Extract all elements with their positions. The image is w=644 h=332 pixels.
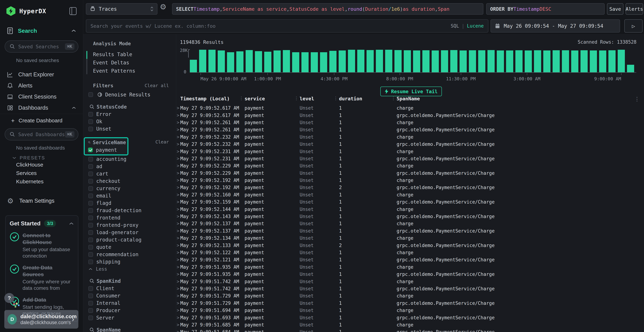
checkbox[interactable]	[88, 186, 93, 191]
column-options-icon[interactable]: ⋮	[634, 96, 640, 102]
table-row[interactable]: >May 27 9:09:51.685 AMpaymentUnset1charg…	[176, 321, 644, 328]
filter-option-payment[interactable]: payment	[88, 146, 126, 154]
row-expand-icon[interactable]: >	[176, 272, 180, 277]
clear-all-button[interactable]: Clear all	[145, 83, 169, 88]
analysis-mode-results-table[interactable]: Results Table	[93, 50, 169, 58]
row-expand-icon[interactable]: >	[176, 279, 180, 284]
lucene-toggle[interactable]: Lucene	[467, 23, 484, 28]
checkbox[interactable]	[88, 308, 93, 313]
get-started-step[interactable]: Create Data SourcesConfigure where your …	[10, 264, 74, 292]
sql-toggle[interactable]: SQL	[450, 23, 459, 28]
user-menu[interactable]: D dale@clickhouse.com dale@clickhouse.co…	[4, 310, 78, 328]
filter-option-product-catalog[interactable]: product-catalog	[88, 236, 169, 244]
row-expand-icon[interactable]: >	[176, 214, 180, 219]
checkbox[interactable]	[88, 127, 93, 131]
row-expand-icon[interactable]: >	[176, 178, 180, 183]
row-expand-icon[interactable]: >	[176, 113, 180, 118]
table-row[interactable]: >May 27 9:09:52.159 AMpaymentUnset1grpc.…	[176, 198, 644, 206]
presets-toggle[interactable]: PRESETS	[0, 155, 83, 160]
alerts-button[interactable]: Alerts	[626, 3, 643, 15]
get-started-step[interactable]: Connect to ClickHouseSet up your databas…	[10, 232, 74, 259]
events-histogram[interactable]: 28K 0 May 26 9:00:00 AM1:00:00 PM4:30:00…	[190, 49, 636, 72]
row-expand-icon[interactable]: >	[176, 156, 180, 161]
row-expand-icon[interactable]: >	[176, 315, 180, 320]
table-row[interactable]: >May 27 9:09:52.137 AMpaymentUnset1grpc.…	[176, 227, 644, 234]
sidebar-item-services[interactable]: Services	[0, 169, 83, 177]
checkbox[interactable]	[88, 286, 93, 291]
table-row[interactable]: >May 27 9:09:52.144 AMpaymentUnset1charg…	[176, 206, 644, 213]
sidebar-item-clickhouse[interactable]: ClickHouse	[0, 160, 83, 169]
filter-group-header[interactable]: ServiceName	[88, 139, 126, 146]
table-row[interactable]: >May 27 9:09:52.232 AMpaymentUnset1grpc.…	[176, 140, 644, 148]
analysis-mode-event-deltas[interactable]: Event Deltas	[93, 58, 169, 67]
table-row[interactable]: >May 27 9:09:52.232 AMpaymentUnset1charg…	[176, 134, 644, 140]
filter-group-header[interactable]: SpanKind	[90, 277, 169, 285]
filter-option-frontend[interactable]: frontend	[88, 214, 169, 222]
checkbox[interactable]	[88, 245, 93, 250]
row-expand-icon[interactable]: >	[176, 308, 180, 313]
row-expand-icon[interactable]: >	[176, 221, 180, 226]
filter-option-error[interactable]: Error	[88, 110, 169, 118]
sql-select-input[interactable]: SELECT Timestamp, ServiceName as service…	[172, 3, 483, 15]
filter-option-currency[interactable]: currency	[88, 185, 169, 192]
row-expand-icon[interactable]: >	[176, 330, 180, 332]
chevron-up-icon[interactable]	[71, 29, 76, 32]
column-drag-handle[interactable]: ⋮	[294, 96, 299, 101]
table-row[interactable]: >May 27 9:09:52.192 AMpaymentUnset1charg…	[176, 177, 644, 184]
filter-option-recommendation[interactable]: recommendation	[88, 251, 169, 258]
checkbox[interactable]	[88, 223, 93, 228]
checkbox[interactable]	[88, 112, 93, 117]
table-row[interactable]: >May 27 9:09:52.133 AMpaymentUnset2grpc.…	[176, 242, 644, 249]
checkbox[interactable]	[88, 157, 93, 162]
gear-icon[interactable]: ⚙	[160, 2, 166, 11]
column-drag-handle[interactable]: ⋮	[239, 96, 244, 101]
help-button[interactable]: ?	[4, 293, 14, 303]
create-dashboard-button[interactable]: + Create Dashboard	[0, 114, 83, 127]
sql-orderby-input[interactable]: ORDER BY Timestamp DESC	[486, 3, 605, 15]
analysis-mode-event-patterns[interactable]: Event Patterns	[93, 67, 169, 75]
filter-option-email[interactable]: email	[88, 192, 169, 200]
row-expand-icon[interactable]: >	[176, 127, 180, 132]
get-started-header[interactable]: Get Started 3/3	[10, 220, 74, 227]
sidebar-item-kubernetes[interactable]: Kubernetes	[0, 177, 83, 186]
column-header-level[interactable]: level	[300, 96, 314, 102]
row-expand-icon[interactable]: >	[176, 264, 180, 270]
column-header-duration[interactable]: duration	[339, 96, 362, 102]
row-expand-icon[interactable]: >	[176, 200, 180, 204]
checkbox[interactable]	[88, 201, 93, 206]
checkbox[interactable]	[88, 164, 93, 169]
row-expand-icon[interactable]: >	[176, 286, 180, 291]
column-drag-handle[interactable]: ⋮	[391, 96, 396, 101]
source-select[interactable]: Traces	[86, 3, 158, 15]
row-expand-icon[interactable]: >	[176, 134, 180, 140]
row-expand-icon[interactable]: >	[176, 243, 180, 248]
denoise-results-toggle[interactable]: Denoise Results	[88, 91, 169, 98]
table-row[interactable]: >May 27 9:09:52.617 AMpaymentUnset1grpc.…	[176, 112, 644, 119]
saved-searches-input[interactable]	[18, 44, 65, 49]
saved-dashboards-search[interactable]: ⌘K	[5, 128, 78, 140]
filter-option-ok[interactable]: Ok	[88, 118, 169, 125]
table-row[interactable]: >May 27 9:09:52.231 AMpaymentUnset1grpc.…	[176, 155, 644, 162]
checkbox[interactable]	[88, 260, 93, 264]
filter-option-client[interactable]: Client	[88, 285, 169, 292]
sidebar-item-alerts[interactable]: Alerts	[0, 80, 83, 91]
row-expand-icon[interactable]: >	[176, 163, 180, 168]
clear-filter-button[interactable]: Clear	[156, 139, 169, 144]
table-row[interactable]: >May 27 9:09:51.935 AMpaymentUnset1charg…	[176, 264, 644, 271]
checkbox[interactable]	[88, 208, 93, 213]
checkbox[interactable]	[88, 194, 93, 198]
table-row[interactable]: >May 27 9:09:52.122 AMpaymentUnset1charg…	[176, 249, 644, 256]
checkbox[interactable]	[88, 230, 93, 235]
table-row[interactable]: >May 27 9:09:52.231 AMpaymentUnset1charg…	[176, 148, 644, 155]
checkbox[interactable]	[88, 148, 93, 152]
saved-searches-search[interactable]: ⌘K	[5, 40, 78, 52]
table-row[interactable]: >May 27 9:09:52.192 AMpaymentUnset2grpc.…	[176, 184, 644, 191]
row-expand-icon[interactable]: >	[176, 257, 180, 262]
row-expand-icon[interactable]: >	[176, 301, 180, 306]
checkbox[interactable]	[88, 252, 93, 257]
table-row[interactable]: >May 27 9:09:52.143 AMpaymentUnset1grpc.…	[176, 213, 644, 220]
checkbox[interactable]	[88, 119, 93, 124]
chevron-up-icon[interactable]	[69, 222, 74, 225]
sidebar-item-client-sessions[interactable]: Client Sessions	[0, 91, 83, 102]
sidebar-item-dashboards[interactable]: Dashboards	[0, 102, 83, 114]
